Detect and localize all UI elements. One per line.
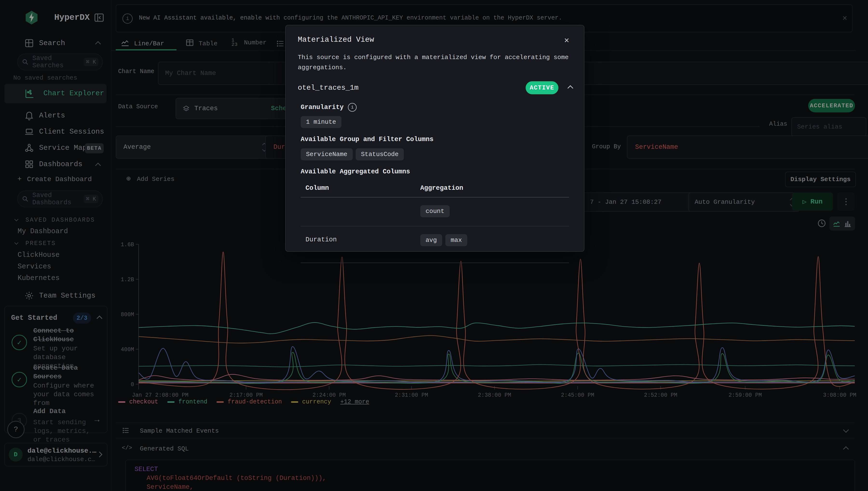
table-cell-column: Duration (305, 236, 337, 243)
aggregation-chip: max (445, 234, 467, 246)
modal-description: This source is configured with a materia… (298, 52, 575, 73)
chevron-up-icon[interactable] (567, 85, 573, 91)
active-status-badge: ACTIVE (526, 81, 559, 94)
modal-close-icon[interactable]: ✕ (564, 35, 569, 45)
materialized-view-modal: Materialized View ✕ This source is confi… (285, 25, 585, 252)
app-root: HyperDX Search Saved Searches ⌘ K No sav… (0, 0, 868, 491)
aggregation-chip: count (420, 205, 450, 217)
granularity-heading: Granularity i (301, 103, 357, 112)
table-header-column: Column (305, 184, 329, 192)
aggregation-chip: avg (420, 234, 442, 246)
modal-title: Materialized View (298, 35, 374, 44)
aggregated-heading: Available Aggregated Columns (301, 168, 410, 175)
table-row: count (301, 197, 569, 226)
granularity-label: Granularity (301, 104, 343, 111)
table-row: Duration avg max (301, 226, 569, 254)
info-icon[interactable]: i (348, 103, 357, 112)
column-chip: StatusCode (356, 148, 404, 161)
granularity-chip: 1 minute (301, 116, 341, 128)
table-header-aggregation: Aggregation (420, 184, 463, 192)
group-filter-heading: Available Group and Filter Columns (301, 136, 433, 143)
modal-bottom-divider (301, 263, 569, 263)
materialized-view-name: otel_traces_1m (298, 84, 359, 92)
column-chip: ServiceName (301, 148, 353, 161)
